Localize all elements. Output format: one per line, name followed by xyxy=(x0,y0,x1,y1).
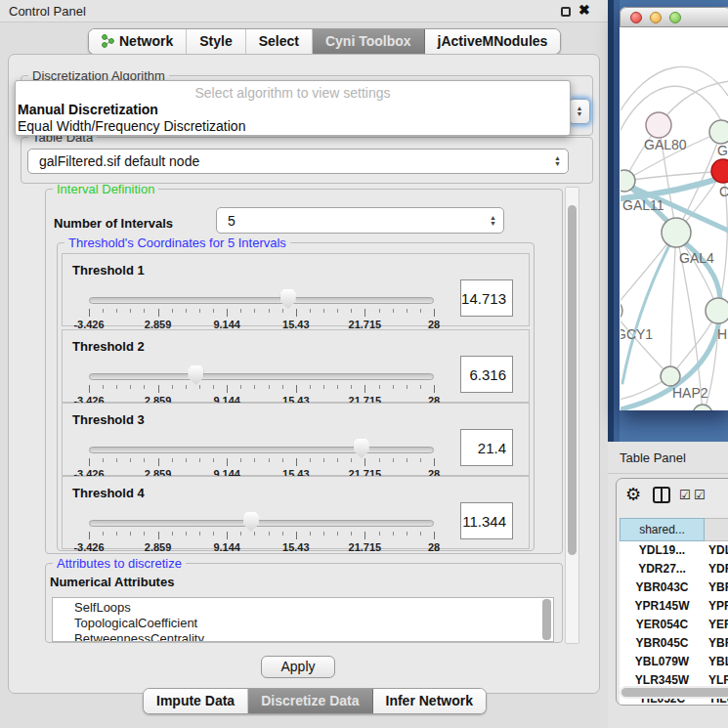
attribute-item[interactable]: TopologicalCoefficient xyxy=(74,616,553,631)
threshold-4-value-input[interactable] xyxy=(460,502,513,539)
gear-icon[interactable]: ⚙ xyxy=(625,484,641,505)
threshold-2-slider[interactable]: -3.4262.8599.14415.4321.71528 xyxy=(89,369,434,403)
node-gal80[interactable] xyxy=(646,112,671,138)
cell-shared-name[interactable]: YDL19... xyxy=(620,541,705,560)
slider-track[interactable] xyxy=(89,373,434,380)
cell-shared-name[interactable]: YER054C xyxy=(620,616,705,634)
attribute-item[interactable]: SelfLoops xyxy=(74,600,553,616)
option-equal-width-frequency[interactable]: Equal Width/Frequency Discretization xyxy=(18,118,245,134)
interval-definition-title: Interval Definition xyxy=(53,182,158,196)
numerical-attributes-list[interactable]: SelfLoopsTopologicalCoefficientBetweenne… xyxy=(52,597,554,642)
cell-name[interactable]: YPR1 xyxy=(705,597,728,616)
number-of-intervals-combobox[interactable]: 5 ▲ ▼ xyxy=(216,207,504,234)
slider-thumb[interactable] xyxy=(188,365,203,385)
tick-mark xyxy=(254,309,255,313)
cell-shared-name[interactable]: YDR27... xyxy=(620,560,705,578)
tab-impute-data[interactable]: Impute Data xyxy=(144,689,248,713)
zoom-traffic-light[interactable] xyxy=(669,12,681,23)
tick-mark xyxy=(116,458,117,462)
threshold-3-slider[interactable]: -3.4262.8599.14415.4321.71528 xyxy=(89,443,434,476)
tick-mark xyxy=(323,532,324,535)
checkbox-icon[interactable]: ☑ xyxy=(679,488,691,502)
tick-mark xyxy=(393,309,394,313)
control-panel-title: Control Panel xyxy=(9,4,86,19)
label-partial-c: C xyxy=(719,184,728,199)
cell-name[interactable]: YBR0 xyxy=(705,634,728,653)
slider-thumb[interactable] xyxy=(243,512,259,532)
node-partial-right[interactable] xyxy=(706,298,728,323)
cell-shared-name[interactable]: YBR043C xyxy=(620,578,705,597)
combobox-stepper[interactable]: ▲ ▼ xyxy=(490,215,503,227)
table-row[interactable]: YBL079WYBL0 xyxy=(620,653,728,671)
attributes-list-scrollbar[interactable] xyxy=(542,599,551,640)
vertical-scrollbar-thumb[interactable] xyxy=(568,205,577,555)
node-selected-red[interactable] xyxy=(711,159,728,183)
cell-shared-name[interactable]: YBR045C xyxy=(620,634,705,653)
cell-name[interactable]: YBL0 xyxy=(705,653,728,671)
algorithm-combobox-stepper[interactable]: ▲ ▼ xyxy=(569,99,590,124)
tick-mark xyxy=(227,309,228,317)
table-row[interactable]: YDR27...YDR2 xyxy=(620,560,728,578)
close-icon[interactable]: ✖ xyxy=(578,2,590,18)
table-horizontal-scrollbar-thumb[interactable] xyxy=(621,688,728,697)
table-row[interactable]: YPR145WYPR1 xyxy=(620,597,728,616)
cell-name[interactable]: YER0 xyxy=(705,616,728,634)
node-partial-top-right[interactable] xyxy=(709,120,728,144)
columns-icon[interactable] xyxy=(653,487,670,503)
close-traffic-light[interactable] xyxy=(630,12,642,23)
tick-mark xyxy=(323,309,324,313)
slider-track[interactable] xyxy=(89,447,434,453)
table-row[interactable]: YBR043CYBR0 xyxy=(620,578,728,597)
tab-network[interactable]: Network xyxy=(89,29,187,54)
attribute-item[interactable]: BetweennessCentrality xyxy=(74,631,553,642)
network-canvas[interactable]: GAL80 G C GAL11 GAL4 GCY1 H HAP2 xyxy=(621,27,728,410)
slider-thumb[interactable] xyxy=(354,439,369,458)
algorithm-dropdown-popup: Select algorithm to view settings Manual… xyxy=(15,80,571,136)
node-gcy1[interactable] xyxy=(621,300,622,321)
node-gal11[interactable] xyxy=(621,170,635,192)
minimize-traffic-light[interactable] xyxy=(650,12,662,23)
column-header-name[interactable]: n xyxy=(705,518,728,541)
table-row[interactable]: YER054CYER0 xyxy=(620,616,728,634)
tab-infer-network[interactable]: Infer Network xyxy=(373,689,486,713)
node-hap2[interactable] xyxy=(661,366,680,386)
slider-track[interactable] xyxy=(89,297,434,304)
tab-cyni-toolbox[interactable]: Cyni Toolbox xyxy=(313,29,425,54)
option-manual-discretization[interactable]: Manual Discretization xyxy=(18,102,158,117)
threshold-1-slider[interactable]: -3.4262.8599.14415.4321.71528 xyxy=(89,293,434,326)
number-of-intervals-label: Number of Intervals xyxy=(54,216,173,231)
checkbox-icon[interactable]: ☑ xyxy=(694,488,706,502)
table-row[interactable]: YBR045CYBR0 xyxy=(620,634,728,653)
table-horizontal-scrollbar[interactable] xyxy=(620,686,728,699)
cell-shared-name[interactable]: YPR145W xyxy=(620,597,705,616)
slider-thumb[interactable] xyxy=(280,289,296,309)
cell-name[interactable]: YBR0 xyxy=(705,578,728,597)
network-window-titlebar[interactable] xyxy=(620,7,728,27)
tick-mark xyxy=(310,458,311,462)
cell-shared-name[interactable]: YBL079W xyxy=(620,653,705,671)
tick-mark xyxy=(407,309,407,313)
tick-mark xyxy=(420,532,421,535)
tab-jactivemnodules[interactable]: jActiveMNodules xyxy=(425,29,561,54)
tick-mark xyxy=(213,385,214,389)
column-header-shared-name[interactable]: shared... xyxy=(620,518,705,541)
threshold-4-slider[interactable]: -3.4262.8599.14415.4321.71528 xyxy=(89,516,434,549)
threshold-2-value-input[interactable] xyxy=(460,356,513,393)
tab-select[interactable]: Select xyxy=(246,29,313,54)
cell-name[interactable]: YDL1 xyxy=(705,541,728,560)
threshold-1-value-input[interactable] xyxy=(460,279,513,317)
float-window-icon[interactable] xyxy=(561,7,571,17)
threshold-3-value-input[interactable] xyxy=(460,429,513,466)
tick-mark xyxy=(351,309,352,313)
application-window: Control Panel ✖ Network Style Select Cyn… xyxy=(0,0,728,728)
tab-discretize-data[interactable]: Discretize Data xyxy=(248,689,372,713)
table-row[interactable]: YDL19...YDL1 xyxy=(620,541,728,560)
apply-button[interactable]: Apply xyxy=(261,656,335,678)
vertical-scrollbar[interactable] xyxy=(565,187,579,644)
cell-name[interactable]: YDR2 xyxy=(705,560,728,578)
node-partial-bottom[interactable] xyxy=(693,405,712,410)
node-gal4[interactable] xyxy=(662,218,691,247)
slider-track[interactable] xyxy=(89,520,434,527)
tab-style[interactable]: Style xyxy=(187,29,245,54)
tick-mark xyxy=(172,458,173,462)
